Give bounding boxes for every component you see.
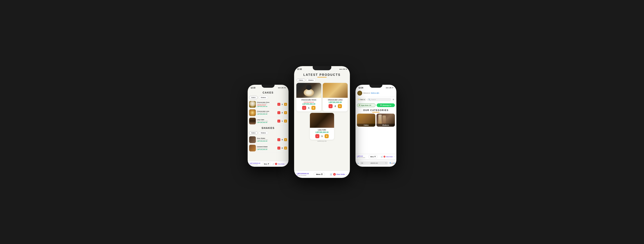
tabs-center: Cakes Shakes	[294, 79, 350, 83]
lte-right: LTE	[389, 87, 392, 88]
share-icon[interactable]: ⬆	[389, 162, 391, 164]
tab-cakes-shakes[interactable]: Cakes	[249, 131, 258, 135]
card-qty-lazy: - 1 +	[312, 134, 332, 138]
cake1-qty-control: - 1 +	[278, 103, 287, 106]
cake2-minus-btn[interactable]: -	[278, 111, 280, 114]
hamburger-icon-right[interactable]: ≡	[392, 98, 395, 101]
card-minus-lotus[interactable]: -	[328, 104, 332, 108]
view-order-btn-left[interactable]: View Order	[278, 163, 285, 165]
lte-center: LTE	[343, 69, 345, 70]
card-price-lotus: LBP300,000.00	[324, 101, 346, 103]
cake2-img-sim	[249, 109, 256, 116]
cat-label-shakes: Shakess	[376, 124, 395, 127]
cake2-qty: 2	[281, 112, 283, 114]
shake2-minus-btn[interactable]: -	[278, 147, 280, 150]
cake1-minus-btn[interactable]: -	[278, 103, 280, 106]
phone-left: 12:33 ●●● LTE 78 CAKES Cakes Shakes	[248, 85, 288, 167]
rate-button[interactable]: ⭐ Rate Us	[357, 98, 366, 101]
card-name-lazy: Lazy Cake	[312, 129, 332, 131]
mode-row: 🌿 Vegan Mode: Off 💬 WhatsApp Us!	[356, 102, 396, 108]
cake3-img	[249, 118, 256, 125]
view-order-container-right: 🛒 4 View Order →	[381, 156, 395, 158]
tab-shakes-shakes[interactable]: Shakes	[259, 131, 268, 135]
brand-name: Waitless QRs	[371, 92, 379, 94]
bottom-bar-left: LBP1005000.00 🏷 Tax Excluded Menu ☰ 🛒 4 …	[248, 161, 288, 167]
notch-left	[262, 85, 274, 88]
cart-badge-center: 4	[333, 173, 336, 176]
card-lazy-cake: Lazy Cake LBP180,000.00 - 1 +	[310, 113, 334, 140]
card-num-oreos: 1	[307, 107, 310, 109]
bottom-bar-right: LBP0.00 🏷 Tax Excluded Menu ☰ 🛒 4 View O…	[356, 154, 396, 159]
cat-card-cakes[interactable]: Cakes	[357, 114, 375, 127]
menu-icon-center: ☰	[321, 173, 322, 175]
right-toolbar: ⭐ Rate Us 🔍 Search ≡	[356, 97, 396, 102]
latest-title: LATEST PRODUCTS	[294, 72, 350, 77]
cake1-plus-btn[interactable]: +	[284, 103, 287, 106]
status-icons-right: ●●● LTE 77	[386, 87, 394, 89]
whatsapp-btn[interactable]: 💬 WhatsApp Us!	[377, 103, 395, 107]
cake2-price: LBP300,000.00	[257, 113, 276, 115]
card-minus-oreos[interactable]: -	[302, 106, 306, 110]
product-item-cake1: Cheesecake Oreo Creamy cheesecake... LBP…	[249, 100, 287, 108]
shake1-qty: 0	[281, 139, 283, 141]
url-text-right: dalverle.com	[370, 162, 378, 164]
categories-grid: Cakes Shakess	[356, 114, 396, 127]
card-info-oreos: Cheesecake Oreos LBP250,000.00 LBP200,00…	[296, 98, 321, 111]
cake3-name: Lazy Cake	[257, 119, 276, 120]
tab-shakes-center[interactable]: Shakes	[306, 79, 316, 82]
vegan-mode-btn[interactable]: 🌿 Vegan Mode: Off	[357, 103, 376, 107]
bookmarks-icon[interactable]: 📖	[391, 162, 394, 164]
whatsapp-icon: 💬	[380, 104, 382, 106]
cat-card-shakes[interactable]: Shakess	[376, 114, 395, 127]
notch-right	[370, 85, 382, 88]
categories-underline	[372, 112, 380, 112]
refresh-icon[interactable]: ↻	[386, 162, 387, 164]
phone-right-screen: 12:34 ●●● LTE 77 Welcome to Waitless QRs…	[356, 85, 396, 167]
tabs-left: Cakes Shakes	[249, 95, 287, 100]
tab-cakes-center[interactable]: Cakes	[297, 79, 305, 82]
shake1-info: Oreo Shake Creamy and rich oreo... LBP15…	[257, 138, 276, 142]
products-grid-center: Cheesecake Oreos LBP250,000.00 LBP200,00…	[294, 83, 350, 111]
cake2-qty-control: - 2 +	[278, 111, 287, 114]
product-item-cake3: Lazy Cake Easy to make, no bak... LBP180…	[249, 117, 287, 125]
search-icon-right: 🔍	[368, 99, 370, 100]
arrow-right-right: →	[394, 156, 395, 158]
card-minus-lazy[interactable]: -	[315, 134, 320, 138]
view-order-btn-center[interactable]: View Order	[336, 173, 345, 175]
menu-button-center[interactable]: Menu ☰	[314, 172, 325, 176]
card-qty-oreos: - 1 +	[298, 106, 320, 110]
card-price-lazy: LBP180,000.00	[312, 131, 332, 133]
shake2-plus-btn[interactable]: +	[284, 147, 287, 150]
safari-url-bar[interactable]: AA dalverle.com ↻	[360, 162, 388, 165]
product-item-shake1: Oreo Shake Creamy and rich oreo... LBP15…	[249, 136, 287, 144]
shake2-qty: 0	[281, 147, 283, 149]
card-plus-oreos[interactable]: +	[312, 106, 316, 110]
vegan-icon: 🌿	[358, 104, 360, 106]
tabs-icon[interactable]: ⧉	[394, 162, 395, 164]
search-bar-right[interactable]: 🔍 Search	[367, 98, 391, 101]
cake2-img	[249, 109, 256, 116]
tab-shakes-left[interactable]: Shakes	[259, 96, 268, 99]
menu-button-right[interactable]: Menu ☰	[368, 155, 378, 158]
tab-cakes-left[interactable]: Cakes	[249, 96, 258, 99]
card-plus-lotus[interactable]: +	[338, 104, 342, 108]
aa-label: AA	[361, 162, 363, 164]
safari-forward[interactable]: ›	[358, 162, 359, 165]
safari-bar-right: ‹ › AA dalverle.com ↻ ⬆ 📖 ⧉	[356, 159, 396, 167]
view-order-btn-right[interactable]: View Order	[386, 156, 393, 157]
shake1-minus-btn[interactable]: -	[278, 138, 280, 141]
shake1-plus-btn[interactable]: +	[284, 138, 287, 141]
cake1-info: Cheesecake Oreo Creamy cheesecake... LBP…	[257, 101, 276, 107]
card-price-old-oreos: LBP250,000.00	[298, 101, 320, 103]
cake3-minus-btn[interactable]: -	[278, 119, 280, 123]
cake3-plus-btn[interactable]: +	[284, 119, 287, 123]
menu-button-left[interactable]: Menu ☰	[262, 162, 271, 166]
card-img-lazy	[310, 113, 334, 128]
cake1-img	[249, 101, 256, 108]
cake1-img-sim	[249, 101, 256, 108]
brand-logo	[357, 91, 362, 95]
cake2-plus-btn[interactable]: +	[284, 111, 287, 114]
cake1-price: LBP200,000.00	[257, 106, 276, 107]
card-plus-lazy[interactable]: +	[324, 134, 329, 138]
cart-icon-center: 🛒	[330, 173, 332, 176]
